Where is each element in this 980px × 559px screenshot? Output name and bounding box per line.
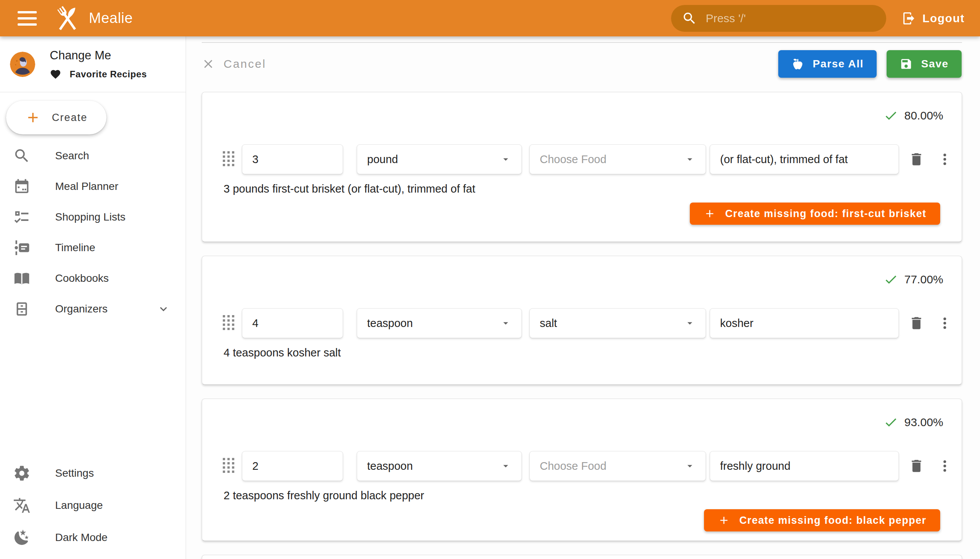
drag-handle-icon[interactable] <box>222 314 235 332</box>
logout-button[interactable]: Logout <box>902 11 965 26</box>
sidebar-nav: Search Meal Planner Shopping Lists Timel… <box>0 141 186 324</box>
create-label: Create <box>52 112 87 124</box>
food-placeholder: Choose Food <box>540 153 607 166</box>
checklist-icon <box>13 208 31 226</box>
note-input[interactable] <box>710 308 899 338</box>
cancel-label: Cancel <box>223 58 266 70</box>
sidebar-item-dark-mode[interactable]: Dark Mode <box>0 521 186 554</box>
unit-select[interactable]: pound <box>357 144 522 174</box>
menu-down-icon <box>684 154 696 165</box>
more-options-button[interactable] <box>935 313 954 334</box>
user-profile[interactable]: Change Me Favorite Recipes <box>0 36 186 92</box>
original-ingredient-text: 2 teaspoons freshly ground black pepper <box>202 489 962 503</box>
save-icon <box>900 58 912 70</box>
create-button[interactable]: Create <box>6 101 106 134</box>
sidebar-bottom-nav: Settings Language Dark Mode <box>0 457 186 554</box>
parse-all-button[interactable]: Parse All <box>778 50 877 78</box>
save-button[interactable]: Save <box>887 50 962 78</box>
quantity-input[interactable] <box>242 144 343 174</box>
food-select[interactable]: Choose Food <box>529 451 706 481</box>
search-icon <box>13 147 31 165</box>
ingredient-card: 80.00% pound Choose Food <box>202 92 962 242</box>
ingredient-card <box>202 555 962 559</box>
ingredient-list: 80.00% pound Choose Food <box>186 92 980 559</box>
more-options-button[interactable] <box>935 149 954 170</box>
cancel-button[interactable]: Cancel <box>202 57 266 71</box>
apple-icon <box>791 58 804 70</box>
quantity-input[interactable] <box>242 308 343 338</box>
user-name: Change Me <box>50 49 147 63</box>
menu-down-icon <box>500 460 511 472</box>
open-book-icon <box>13 270 31 287</box>
mealie-logo-icon <box>53 4 82 33</box>
delete-button[interactable] <box>907 455 925 477</box>
confidence-value: 80.00% <box>904 109 943 122</box>
menu-down-icon <box>684 460 696 472</box>
unit-value: pound <box>367 153 398 166</box>
plus-icon <box>25 109 41 126</box>
food-select[interactable]: salt <box>529 308 706 338</box>
food-select[interactable]: Choose Food <box>529 144 706 174</box>
delete-button[interactable] <box>907 149 925 170</box>
menu-down-icon <box>500 154 511 165</box>
dots-vertical-icon <box>937 151 953 167</box>
sidebar: Change Me Favorite Recipes Create Search… <box>0 36 186 559</box>
sidebar-item-cookbooks[interactable]: Cookbooks <box>0 263 186 294</box>
unit-value: teaspoon <box>367 460 413 473</box>
confidence-value: 77.00% <box>904 273 943 286</box>
plus-icon <box>704 208 716 220</box>
quantity-input[interactable] <box>242 451 343 481</box>
avatar <box>10 52 35 77</box>
menu-down-icon <box>500 318 511 329</box>
organizer-drawer-icon <box>13 300 31 318</box>
sidebar-item-organizers[interactable]: Organizers <box>0 294 186 324</box>
app-title: Mealie <box>89 10 133 26</box>
parse-all-label: Parse All <box>813 58 864 70</box>
sidebar-item-timeline[interactable]: Timeline <box>0 232 186 263</box>
favorite-recipes-link[interactable]: Favorite Recipes <box>50 69 147 80</box>
global-search[interactable] <box>671 5 886 32</box>
dots-vertical-icon <box>937 315 953 331</box>
original-ingredient-text: 4 teaspoons kosher salt <box>202 347 962 360</box>
create-missing-food-button[interactable]: Create missing food: black pepper <box>704 509 940 531</box>
dots-vertical-icon <box>937 458 953 474</box>
note-input[interactable] <box>710 144 899 174</box>
calendar-icon <box>13 178 31 195</box>
create-missing-food-button[interactable]: Create missing food: first-cut brisket <box>690 203 940 225</box>
sidebar-item-language[interactable]: Language <box>0 489 186 521</box>
menu-icon[interactable] <box>18 11 37 26</box>
more-options-button[interactable] <box>935 455 954 477</box>
drag-handle-icon[interactable] <box>222 150 235 168</box>
main-content: Cancel Parse All Save 80.00% <box>186 36 980 559</box>
sidebar-item-shopping-lists[interactable]: Shopping Lists <box>0 202 186 232</box>
plus-icon <box>718 514 730 526</box>
sidebar-item-settings[interactable]: Settings <box>0 457 186 489</box>
moon-stars-icon <box>13 529 31 546</box>
chevron-down-icon <box>157 302 170 316</box>
drag-handle-icon[interactable] <box>222 457 235 475</box>
sidebar-item-search[interactable]: Search <box>0 141 186 171</box>
note-input[interactable] <box>710 451 899 481</box>
ingredient-card: 77.00% teaspoon salt <box>202 256 962 385</box>
check-icon <box>884 272 898 287</box>
trash-icon <box>909 458 924 474</box>
menu-down-icon <box>684 318 696 329</box>
trash-icon <box>909 151 924 167</box>
logout-icon <box>902 11 916 26</box>
close-icon <box>202 57 215 71</box>
save-label: Save <box>921 58 949 70</box>
sidebar-item-meal-planner[interactable]: Meal Planner <box>0 171 186 202</box>
editor-toolbar: Cancel Parse All Save <box>186 43 980 85</box>
search-icon <box>682 11 697 26</box>
unit-select[interactable]: teaspoon <box>357 308 522 338</box>
original-ingredient-text: 3 pounds first-cut brisket (or flat-cut)… <box>202 183 962 197</box>
favorite-recipes-label: Favorite Recipes <box>70 69 147 79</box>
food-value: salt <box>540 317 557 330</box>
food-placeholder: Choose Food <box>540 460 607 473</box>
create-missing-label: Create missing food: first-cut brisket <box>725 208 926 220</box>
delete-button[interactable] <box>907 313 925 334</box>
create-missing-label: Create missing food: black pepper <box>739 514 926 526</box>
search-input[interactable] <box>706 12 876 25</box>
unit-select[interactable]: teaspoon <box>357 451 522 481</box>
logout-label: Logout <box>922 12 965 25</box>
